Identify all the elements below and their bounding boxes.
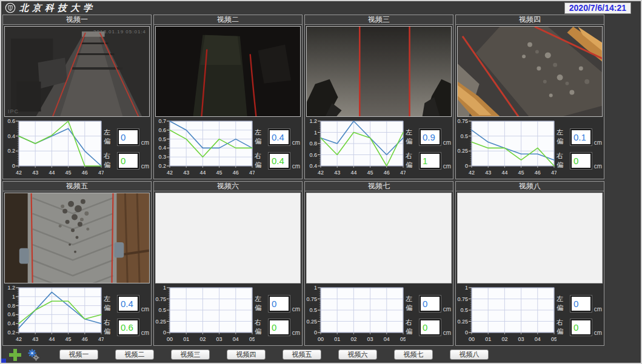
svg-text:0.8: 0.8 — [7, 303, 15, 309]
svg-text:0.8: 0.8 — [309, 141, 317, 147]
svg-text:0.75: 0.75 — [155, 296, 166, 302]
video-panel-7: 视频七 00.250.50.751000102030405 左偏 0 cm 右偏… — [304, 181, 453, 346]
left-offset-row: 左偏 0.9 cm — [406, 128, 451, 146]
offset-readouts-8: 左偏 0 cm 右偏 0 cm — [557, 285, 604, 346]
svg-text:0.6: 0.6 — [7, 311, 15, 317]
svg-text:03: 03 — [367, 336, 373, 342]
video-select-button-3[interactable]: 视频三 — [171, 349, 210, 360]
left-offset-row: 左偏 0 cm — [557, 294, 602, 313]
svg-text:47: 47 — [98, 336, 104, 342]
svg-text:00: 00 — [318, 336, 324, 342]
video-panel-grid: 视频一 2018.01.19 05:01:4 IPC — [2, 15, 604, 346]
gears-icon[interactable] — [27, 348, 40, 362]
svg-text:02: 02 — [199, 336, 206, 342]
offset-readouts-1: 左偏 0 cm 右偏 0 cm — [104, 118, 151, 179]
svg-text:0.6: 0.6 — [158, 127, 166, 133]
left-offset-value-field[interactable]: 0 — [570, 296, 592, 312]
video-select-button-5[interactable]: 视频五 — [283, 349, 321, 360]
video-select-button-7[interactable]: 视频七 — [394, 349, 433, 360]
right-unit-label: cm — [292, 163, 300, 170]
left-offset-value-field[interactable]: 0 — [118, 129, 139, 145]
right-offset-value-field[interactable]: 0 — [118, 153, 139, 169]
top-bar: 北京科技大学 2020/7/6/14:21 — [1, 1, 641, 15]
gravel-belt-topdown-scene — [5, 193, 149, 283]
svg-text:01: 01 — [183, 336, 189, 342]
left-unit-label: cm — [594, 306, 602, 313]
video-select-button-1[interactable]: 视频一 — [59, 349, 98, 360]
svg-text:00: 00 — [469, 336, 475, 342]
panel-title-1: 视频一 — [3, 15, 151, 25]
svg-text:1: 1 — [12, 294, 15, 300]
left-offset-value-field[interactable]: 0.4 — [269, 129, 290, 145]
offset-readouts-7: 左偏 0 cm 右偏 0 cm — [406, 285, 453, 346]
left-offset-label: 左偏 — [406, 294, 417, 313]
left-unit-label: cm — [594, 139, 602, 146]
left-offset-value-field[interactable]: 0 — [420, 296, 441, 312]
video-select-button-2[interactable]: 视频二 — [115, 349, 154, 360]
svg-text:0.25: 0.25 — [155, 319, 166, 325]
svg-text:0.2: 0.2 — [7, 148, 15, 154]
svg-text:0.5: 0.5 — [158, 136, 166, 142]
right-offset-value-field[interactable]: 0.6 — [118, 319, 139, 336]
video-select-button-6[interactable]: 视频六 — [338, 349, 377, 360]
right-offset-label: 右偏 — [557, 151, 568, 170]
right-unit-label: cm — [443, 163, 451, 170]
right-offset-value-field[interactable]: 1 — [420, 153, 441, 169]
svg-text:01: 01 — [334, 336, 340, 342]
right-offset-value-field[interactable]: 0.4 — [269, 153, 290, 169]
right-offset-value-field[interactable]: 0 — [570, 319, 592, 336]
right-offset-row: 右偏 0.6 cm — [104, 318, 149, 336]
video-select-button-8[interactable]: 视频八 — [450, 349, 489, 360]
svg-text:0: 0 — [314, 329, 317, 336]
panel-title-6: 视频六 — [154, 182, 302, 191]
svg-text:04: 04 — [384, 336, 390, 342]
app-window: 北京科技大学 2020/7/6/14:21 视频一 — [0, 0, 642, 364]
svg-text:0: 0 — [465, 163, 468, 169]
left-offset-value-field[interactable]: 0.1 — [570, 129, 592, 145]
video-feed-4 — [457, 26, 603, 117]
panel-title-3: 视频三 — [305, 15, 453, 25]
left-offset-value-field[interactable]: 0.4 — [118, 296, 139, 312]
svg-text:0: 0 — [465, 329, 468, 336]
right-offset-label: 右偏 — [406, 151, 417, 170]
svg-text:45: 45 — [65, 170, 72, 176]
svg-text:1.2: 1.2 — [7, 285, 15, 291]
svg-text:0.6: 0.6 — [7, 119, 15, 124]
right-unit-label: cm — [443, 329, 451, 336]
right-offset-value-field[interactable]: 0 — [420, 319, 441, 336]
svg-text:46: 46 — [535, 170, 541, 176]
panel-title-7: 视频七 — [305, 182, 453, 191]
video-feed-3 — [306, 26, 452, 117]
right-offset-value-field[interactable]: 0 — [570, 153, 592, 169]
video-panel-4: 视频四 — [455, 15, 604, 179]
right-unit-label: cm — [594, 329, 602, 336]
left-unit-label: cm — [292, 306, 300, 313]
chart-strip-5: 0.20.40.60.811.2424344454647 左偏 0.4 cm 右… — [3, 285, 151, 346]
left-unit-label: cm — [141, 306, 149, 313]
plus-icon[interactable] — [8, 348, 22, 362]
offset-trend-chart-2: 0.20.30.40.50.60.7424344454647 — [154, 119, 255, 179]
svg-text:43: 43 — [485, 170, 491, 176]
left-offset-value-field[interactable]: 0.9 — [420, 129, 441, 145]
video-timestamp: 2018.01.19 05:01:4 — [93, 29, 146, 35]
video-feed-1: 2018.01.19 05:01:4 IPC — [4, 26, 150, 117]
left-unit-label: cm — [292, 139, 300, 146]
svg-text:0.3: 0.3 — [158, 154, 166, 160]
svg-text:05: 05 — [400, 336, 406, 342]
offset-trend-chart-8: 00.250.50.751000102030405 — [456, 285, 557, 346]
right-offset-value-field[interactable]: 0 — [269, 319, 290, 336]
svg-text:0.5: 0.5 — [158, 307, 166, 313]
offset-readouts-5: 左偏 0.4 cm 右偏 0.6 cm — [104, 285, 151, 346]
left-offset-row: 左偏 0.1 cm — [557, 128, 602, 146]
video-feed-5 — [4, 193, 150, 283]
offset-readouts-3: 左偏 0.9 cm 右偏 1 cm — [406, 118, 453, 179]
svg-text:0.4: 0.4 — [158, 145, 166, 151]
svg-text:47: 47 — [98, 170, 104, 176]
svg-text:0.4: 0.4 — [7, 133, 15, 139]
left-offset-label: 左偏 — [557, 128, 568, 146]
bottom-toolbar: 视频一 视频二 视频三 视频四 视频五 视频六 视频七 视频八 — [1, 346, 641, 363]
left-offset-value-field[interactable]: 0 — [269, 296, 290, 312]
video-panel-1: 视频一 2018.01.19 05:01:4 IPC — [2, 15, 152, 179]
video-select-button-4[interactable]: 视频四 — [227, 349, 266, 360]
svg-text:1: 1 — [163, 285, 166, 291]
